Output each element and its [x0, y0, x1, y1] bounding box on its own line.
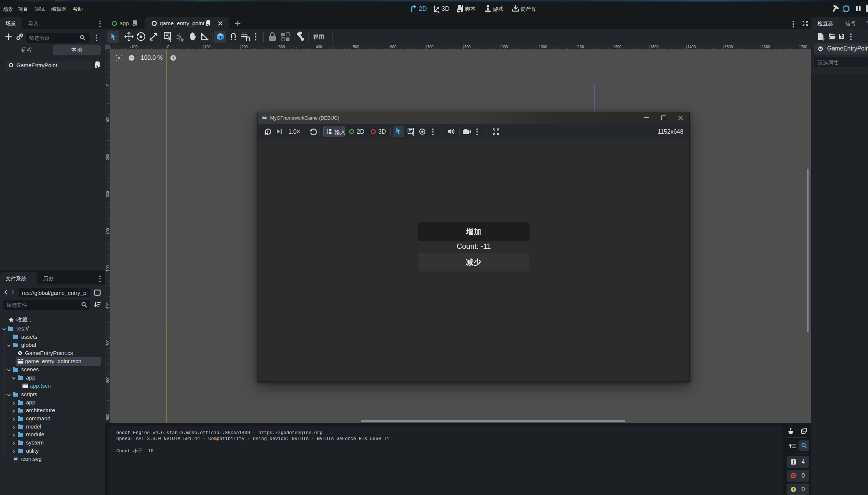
svg-text:0: 0 — [106, 84, 110, 86]
svg-text:500: 500 — [106, 265, 110, 271]
svg-text:700: 700 — [106, 339, 110, 346]
svg-text:100: 100 — [106, 117, 110, 123]
svg-text:C: C — [19, 352, 21, 355]
svg-text:400: 400 — [106, 228, 110, 234]
svg-text:800: 800 — [106, 377, 110, 383]
svg-text:200: 200 — [106, 154, 110, 160]
svg-text:600: 600 — [106, 302, 110, 309]
svg-text:C: C — [819, 48, 822, 51]
svg-text:900: 900 — [106, 414, 110, 420]
svg-text:300: 300 — [106, 191, 110, 197]
